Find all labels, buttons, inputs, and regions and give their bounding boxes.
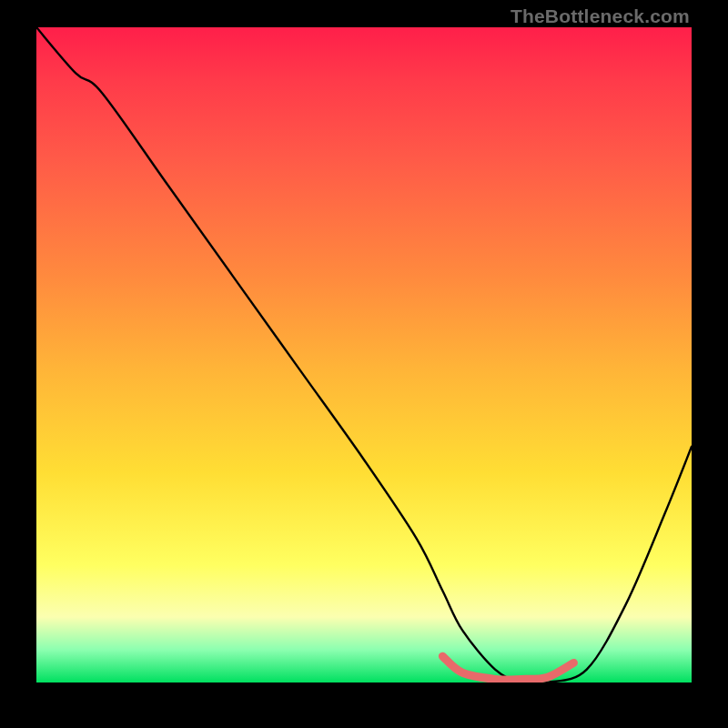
gradient-background (36, 27, 692, 682)
watermark-text: TheBottleneck.com (511, 5, 690, 27)
chart-frame (36, 27, 692, 682)
